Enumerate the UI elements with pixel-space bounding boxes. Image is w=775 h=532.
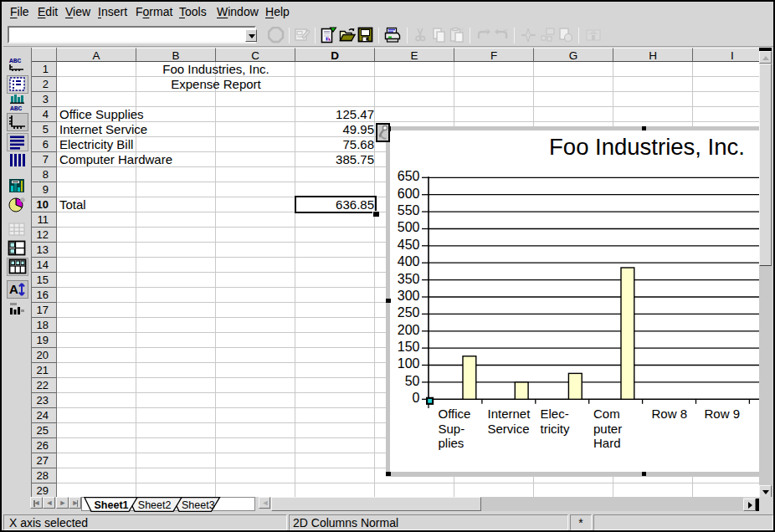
svg-text:400: 400 xyxy=(398,254,420,269)
svg-text:250: 250 xyxy=(398,305,420,320)
svg-text:A: A xyxy=(9,282,18,296)
svg-text:Row 8: Row 8 xyxy=(652,407,688,421)
svg-text:Foo Industries, Inc.: Foo Industries, Inc. xyxy=(549,134,745,160)
svg-text:550: 550 xyxy=(398,203,420,217)
svg-text:450: 450 xyxy=(398,238,420,252)
svg-text:ABC: ABC xyxy=(10,105,23,112)
svg-text:500: 500 xyxy=(398,221,420,235)
svg-text:Sheet3: Sheet3 xyxy=(182,499,215,511)
svg-text:200: 200 xyxy=(398,323,420,337)
svg-text:100: 100 xyxy=(398,357,420,371)
svg-text:50: 50 xyxy=(405,374,420,388)
svg-text:600: 600 xyxy=(398,187,420,201)
svg-text:OfficeSup-plies: OfficeSup-plies xyxy=(439,407,471,450)
svg-text:ABC: ABC xyxy=(9,57,22,64)
svg-text:InternetService: InternetService xyxy=(488,407,531,436)
svg-text:Sheet2: Sheet2 xyxy=(138,499,172,511)
svg-text:0: 0 xyxy=(413,391,420,405)
svg-text:Sheet1: Sheet1 xyxy=(95,499,129,511)
svg-text:300: 300 xyxy=(398,289,420,303)
svg-text:Elec-tricity: Elec-tricity xyxy=(541,407,570,436)
svg-text:150: 150 xyxy=(398,340,420,354)
svg-text:ComputerHard: ComputerHard xyxy=(593,407,622,450)
svg-text:650: 650 xyxy=(398,169,420,183)
svg-text:350: 350 xyxy=(398,272,420,286)
svg-text:Row 9: Row 9 xyxy=(705,407,741,421)
